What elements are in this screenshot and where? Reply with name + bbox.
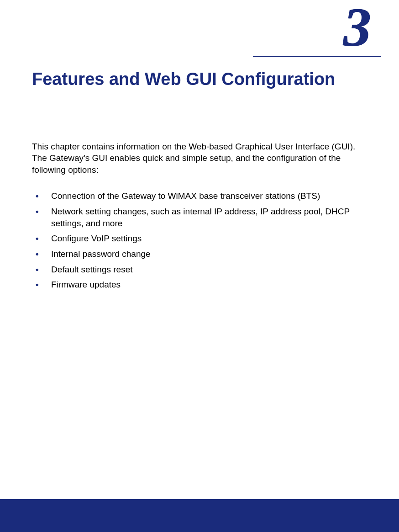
intro-paragraph: This chapter contains information on the… — [32, 141, 367, 176]
list-item: Firmware updates — [32, 279, 367, 291]
list-item: Default settings reset — [32, 264, 367, 276]
chapter-divider-line — [253, 56, 381, 57]
content-area: Features and Web GUI Configuration This … — [32, 69, 367, 294]
footer-bar — [0, 499, 399, 532]
list-item: Connection of the Gateway to WiMAX base … — [32, 190, 367, 202]
list-item: Configure VoIP settings — [32, 233, 367, 245]
chapter-number: 3 — [331, 0, 381, 55]
feature-list: Connection of the Gateway to WiMAX base … — [32, 190, 367, 290]
list-item: Internal password change — [32, 248, 367, 260]
list-item: Network setting changes, such as interna… — [32, 206, 367, 229]
chapter-title: Features and Web GUI Configuration — [32, 69, 367, 90]
chapter-number-container: 3 — [331, 0, 381, 55]
